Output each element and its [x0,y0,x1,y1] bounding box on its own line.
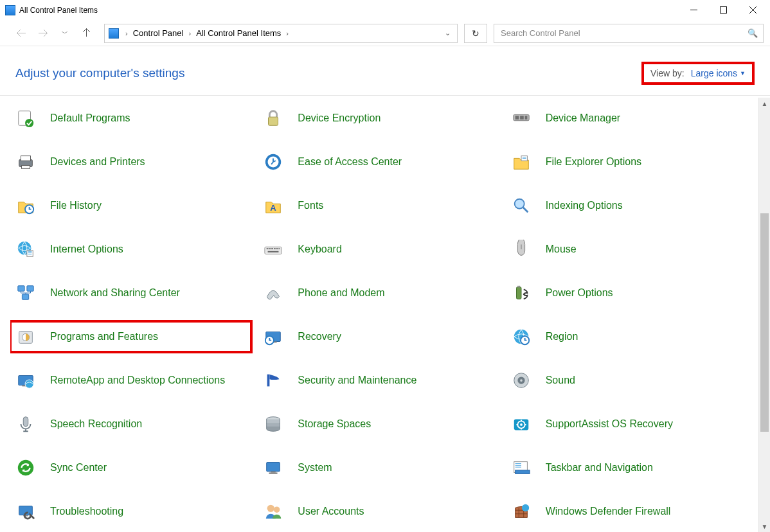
close-button[interactable] [738,1,767,20]
control-panel-item[interactable]: User Accounts [258,496,499,527]
svg-rect-0 [720,7,726,13]
address-bar[interactable]: › Control Panel › All Control Panel Item… [104,24,458,43]
view-by-control[interactable]: View by: Large icons ▼ [641,62,755,85]
control-panel-item[interactable]: Power Options [506,278,747,308]
chevron-right-icon[interactable]: › [186,30,193,37]
control-panel-item[interactable]: RemoteApp and Desktop Connections [10,365,251,396]
address-dropdown-icon[interactable]: ⌄ [442,29,453,37]
svg-point-39 [520,379,523,382]
control-panel-item[interactable]: Keyboard [258,234,499,265]
control-panel-item-label: Internet Options [50,243,123,256]
control-panel-item-label: Device Manager [546,112,621,125]
control-panel-item-label: Mouse [546,243,577,256]
vertical-scrollbar[interactable]: ▲ ▼ [758,98,770,532]
control-panel-item[interactable]: Mouse [506,234,747,265]
control-panel-item[interactable]: Sound [506,365,747,396]
control-panel-item[interactable]: Recovery [258,321,499,352]
control-panel-item-label: Region [546,330,578,343]
control-panel-item-label: SupportAssist OS Recovery [546,418,673,430]
forward-button[interactable]: 🡢 [33,24,53,43]
control-panel-item-label: Network and Sharing Center [50,287,180,299]
control-panel-item[interactable]: Windows Defender Firewall [506,496,747,527]
svg-rect-22 [22,294,28,299]
page-title: Adjust your computer's settings [15,66,184,80]
svg-point-45 [18,460,33,475]
svg-rect-23 [516,287,521,299]
control-panel-item[interactable]: Programs and Features [10,321,251,352]
window-title: All Control Panel Items [19,6,98,15]
control-panel-item[interactable]: Device Encryption [258,103,499,134]
ease-of-access-icon [258,149,289,175]
control-panel-item[interactable]: Devices and Printers [10,146,251,177]
control-panel-item[interactable]: File Explorer Options [506,146,747,177]
svg-rect-5 [515,116,519,120]
maximize-button[interactable] [708,1,738,20]
control-panel-item[interactable]: Ease of Access Center [258,146,499,177]
recent-locations-button[interactable]: ﹀ [55,24,75,43]
back-button[interactable]: 🡠 [12,24,31,43]
control-panel-item-label: Programs and Features [50,330,158,343]
breadcrumb-control-panel[interactable]: Control Panel [130,28,186,38]
breadcrumb-all-items[interactable]: All Control Panel Items [193,28,283,38]
chevron-right-icon[interactable]: › [283,30,291,37]
control-panel-item-label: Ease of Access Center [298,155,402,168]
control-panel-item[interactable]: Internet Options [10,234,251,265]
svg-point-55 [522,504,529,511]
search-input[interactable] [499,28,748,39]
control-panel-item[interactable]: SupportAssist OS Recovery [506,409,747,439]
control-panel-item-label: File Explorer Options [546,155,641,168]
refresh-button[interactable]: ↻ [464,24,487,43]
scroll-down-icon[interactable]: ▼ [759,520,770,532]
network-sharing-icon [10,280,41,306]
control-panel-item[interactable]: Troubleshooting [10,496,251,527]
control-panel-item[interactable]: Network and Sharing Center [10,278,251,308]
control-panel-item[interactable]: System [258,452,499,483]
control-panel-item[interactable]: Storage Spaces [258,409,499,439]
defender-firewall-icon [506,499,537,524]
sound-icon [506,368,537,393]
indexing-options-icon [506,193,537,218]
svg-rect-40 [23,417,28,427]
programs-features-icon [10,324,41,350]
svg-point-16 [514,199,524,209]
svg-rect-21 [27,286,33,291]
device-manager-icon [506,105,537,131]
search-box[interactable]: 🔍 [494,24,764,43]
control-panel-item[interactable]: Sync Center [10,452,251,483]
file-explorer-options-icon [506,149,537,175]
control-panel-item[interactable]: Speech Recognition [10,409,251,439]
control-panel-item-label: User Accounts [298,505,364,518]
control-panel-item[interactable]: Taskbar and Navigation [506,452,747,483]
control-panel-item[interactable]: Device Manager [506,103,747,134]
supportassist-icon [506,411,537,437]
file-history-icon [10,193,41,218]
control-panel-item[interactable]: Security and Maintenance [258,365,499,396]
scroll-up-icon[interactable]: ▲ [759,98,770,109]
control-panel-item[interactable]: Region [506,321,747,352]
minimize-button[interactable] [679,1,708,20]
system-icon [258,455,289,481]
window-controls [679,1,767,20]
control-panel-item[interactable]: Default Programs [10,103,251,134]
search-icon[interactable]: 🔍 [748,28,758,38]
control-panel-item-label: File History [50,199,102,212]
control-panel-item-label: Device Encryption [298,112,381,125]
svg-rect-47 [271,472,276,473]
view-by-label: View by: [650,68,685,78]
scroll-thumb[interactable] [760,213,769,432]
taskbar-navigation-icon [506,455,537,481]
chevron-right-icon[interactable]: › [123,30,130,37]
device-encryption-icon [258,105,289,131]
storage-spaces-icon [258,411,289,437]
control-panel-item-label: Indexing Options [546,199,623,212]
up-button[interactable]: 🡡 [77,24,96,43]
control-panel-item[interactable]: File History [10,190,251,221]
control-panel-item-label: Sound [546,374,575,387]
control-panel-item[interactable]: Phone and Modem [258,278,499,308]
control-panel-item[interactable]: AFonts [258,190,499,221]
fonts-icon: A [258,193,289,218]
control-panel-item[interactable]: Indexing Options [506,190,747,221]
control-panel-item-label: RemoteApp and Desktop Connections [50,374,225,387]
nav-row: 🡠 🡢 ﹀ 🡡 › Control Panel › All Control Pa… [0,21,770,46]
view-by-value[interactable]: Large icons ▼ [691,68,746,78]
